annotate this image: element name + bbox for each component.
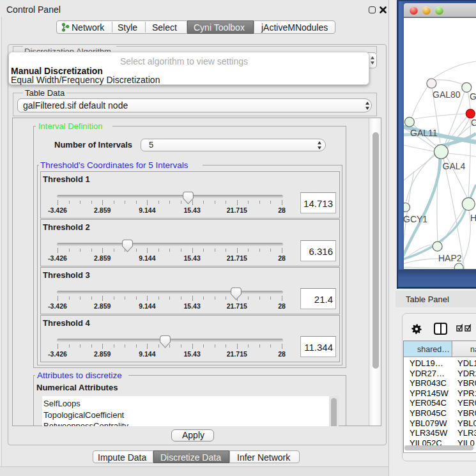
svg-text:C: C: [471, 118, 476, 128]
svg-text:G.: G.: [470, 91, 476, 102]
svg-text:H: H: [470, 213, 476, 223]
svg-text:GAL11: GAL11: [410, 128, 438, 138]
svg-text:GCY1: GCY1: [404, 214, 427, 224]
svg-text:GAL80: GAL80: [433, 89, 461, 100]
svg-text:GAL4: GAL4: [443, 161, 466, 171]
svg-text:HAP2: HAP2: [438, 253, 462, 263]
